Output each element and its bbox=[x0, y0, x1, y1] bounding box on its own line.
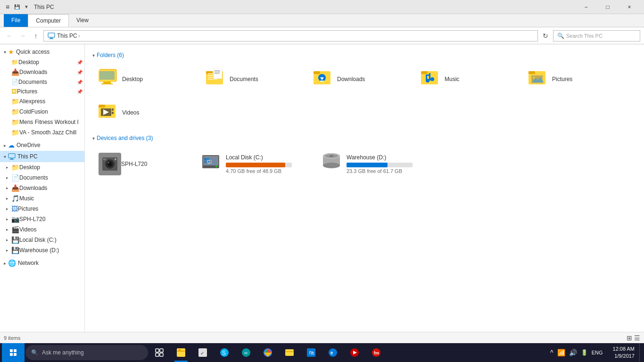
downloads-big-icon bbox=[314, 68, 332, 90]
view-list-icon[interactable]: ☰ bbox=[634, 334, 640, 342]
sidebar-thispc-header[interactable]: ▾ This PC bbox=[0, 151, 84, 162]
devices-section-header[interactable]: ▾ Devices and drives (3) bbox=[92, 135, 636, 141]
expand-downloads-qa bbox=[4, 70, 10, 74]
svg-rect-20 bbox=[215, 73, 219, 74]
folders-chevron-icon: ▾ bbox=[92, 53, 95, 58]
taskbar: 🔍 Ask me anything ✓ S ∞ bbox=[0, 343, 644, 362]
tray-volume-icon[interactable]: 🔊 bbox=[568, 347, 578, 358]
downloads-qa-label: Downloads bbox=[19, 69, 77, 75]
title-icon-1[interactable]: 🖥 bbox=[4, 3, 11, 11]
folder-item-desktop[interactable]: Desktop bbox=[92, 64, 196, 94]
tab-file[interactable]: File bbox=[4, 14, 28, 27]
svg-rect-69 bbox=[10, 349, 13, 352]
address-path[interactable]: This PC › bbox=[43, 30, 538, 41]
taskbar-app-explorer[interactable] bbox=[171, 343, 191, 362]
sidebar-thispc-localc[interactable]: ▸ 💾 Local Disk (C:) bbox=[0, 235, 84, 245]
start-button[interactable] bbox=[2, 343, 25, 362]
sidebar-thispc-downloads[interactable]: ▸ 📥 Downloads bbox=[0, 183, 84, 193]
sidebar-thispc-videos[interactable]: ▸ 🎬 Videos bbox=[0, 224, 84, 235]
sidebar-thispc-warehoused[interactable]: ▸ 💾 Warehouse (D:) bbox=[0, 245, 84, 255]
sidebar-item-downloads-qa[interactable]: 📥 Downloads 📌 bbox=[0, 67, 84, 77]
sidebar-thispc-sph[interactable]: ▸ 📷 SPH-L720 bbox=[0, 214, 84, 224]
device-item-sph[interactable]: SPH-L720 bbox=[92, 147, 187, 181]
devices-section-label: Devices and drives (3) bbox=[97, 135, 153, 141]
title-icon-3[interactable]: ▼ bbox=[23, 3, 30, 11]
svg-point-57 bbox=[216, 166, 217, 167]
taskbar-app-store[interactable]: 🛍 bbox=[301, 343, 322, 362]
folder-item-documents[interactable]: Documents bbox=[200, 64, 304, 94]
folder-item-downloads[interactable]: Downloads bbox=[307, 64, 411, 94]
tray-battery-icon[interactable]: 🔋 bbox=[579, 347, 589, 358]
warehoused-device-space: 23.3 GB free of 61.7 GB bbox=[347, 168, 413, 174]
taskbar-app-lastfm[interactable]: fm bbox=[366, 343, 387, 362]
show-desktop-button[interactable] bbox=[639, 343, 642, 362]
taskbar-app-chrome[interactable] bbox=[257, 343, 278, 362]
taskbar-app-taskscheduler[interactable]: ✓ bbox=[192, 343, 213, 362]
camera-device-icon bbox=[99, 153, 121, 175]
sidebar-item-desktop-qa[interactable]: 📁 Desktop 📌 bbox=[0, 58, 84, 67]
folder-item-pictures[interactable]: Pictures bbox=[522, 64, 626, 94]
sidebar-item-aliexpress[interactable]: 📁 Aliexpress bbox=[0, 96, 84, 107]
nav-back-button[interactable]: ← bbox=[4, 30, 15, 41]
svg-rect-76 bbox=[160, 353, 163, 356]
minimize-button[interactable]: − bbox=[575, 0, 597, 14]
tray-network-icon[interactable]: 📶 bbox=[556, 347, 567, 358]
taskbar-app-edge[interactable]: e bbox=[322, 343, 343, 362]
svg-rect-70 bbox=[14, 349, 17, 352]
svg-rect-74 bbox=[160, 349, 163, 352]
maximize-button[interactable]: □ bbox=[597, 0, 619, 14]
taskbar-app-files[interactable] bbox=[279, 343, 300, 362]
sidebar-thispc-desktop[interactable]: ▸ 📁 Desktop bbox=[0, 162, 84, 173]
taskbar-app-movie[interactable] bbox=[344, 343, 365, 362]
sidebar-item-documents-qa[interactable]: 📄 Documents 📌 bbox=[0, 77, 84, 87]
nav-up-button[interactable]: ↑ bbox=[30, 30, 41, 41]
device-item-localc[interactable]: C: Local Disk (C:) 4.70 GB free of 48.9 … bbox=[194, 147, 307, 181]
svg-text:∞: ∞ bbox=[244, 350, 248, 355]
sidebar-network-header[interactable]: ▸ 🌐 Network bbox=[0, 257, 84, 269]
taskbar-taskview-button[interactable] bbox=[149, 343, 170, 362]
svg-rect-4 bbox=[10, 158, 13, 159]
folders-section-header[interactable]: ▾ Folders (6) bbox=[92, 52, 636, 58]
expand-thispc-videos: ▸ bbox=[4, 227, 10, 232]
svg-rect-73 bbox=[156, 349, 159, 352]
taskbar-app-skype[interactable]: S bbox=[214, 343, 235, 362]
sidebar-thispc-pictures[interactable]: ▸ 🖼 Pictures bbox=[0, 204, 84, 214]
taskbar-clock[interactable]: 12:08 AM 1/9/2017 bbox=[609, 346, 638, 360]
device-item-warehoused[interactable]: Warehouse (D:) 23.3 GB free of 61.7 GB bbox=[315, 147, 428, 181]
sidebar-item-coldfusion[interactable]: 📁 ColdFusion bbox=[0, 107, 84, 117]
title-bar: 🖥 💾 ▼ This PC − □ × bbox=[0, 0, 644, 14]
svg-rect-51 bbox=[103, 158, 106, 160]
nav-refresh-button[interactable]: ↻ bbox=[540, 30, 551, 41]
taskbar-app-arduino[interactable]: ∞ bbox=[236, 343, 256, 362]
sidebar-thispc-music[interactable]: ▸ 🎵 Music bbox=[0, 193, 84, 204]
downloads-folder-icon: 📥 bbox=[11, 68, 19, 76]
svg-rect-1 bbox=[50, 38, 53, 39]
thispc-music-label: Music bbox=[19, 195, 83, 202]
search-box[interactable]: 🔍 Search This PC bbox=[553, 30, 640, 41]
folder-item-videos[interactable]: Videos bbox=[92, 98, 196, 127]
sidebar-item-pictures-qa[interactable]: 🖼 Pictures 📌 bbox=[0, 87, 84, 96]
music-folder-name: Music bbox=[445, 76, 459, 82]
title-icon-2[interactable]: 💾 bbox=[13, 3, 21, 11]
expand-coldfusion bbox=[4, 109, 10, 114]
sidebar-onedrive-header[interactable]: ▸ ☁ OneDrive bbox=[0, 140, 84, 151]
svg-text:S: S bbox=[222, 350, 226, 356]
nav-forward-button[interactable]: → bbox=[17, 30, 28, 41]
tray-language[interactable]: ENG bbox=[590, 348, 604, 357]
close-button[interactable]: × bbox=[619, 0, 640, 14]
tray-chevron[interactable]: ^ bbox=[549, 347, 555, 358]
pictures-folder-icon: 🖼 bbox=[11, 88, 17, 95]
svg-text:🛍: 🛍 bbox=[309, 350, 314, 355]
onedrive-label: OneDrive bbox=[17, 142, 41, 148]
view-icons-icon[interactable]: ⊞ bbox=[627, 334, 632, 342]
sidebar-thispc-documents[interactable]: ▸ 📄 Documents bbox=[0, 173, 84, 183]
sidebar-quick-access-header[interactable]: ▾ ★ Quick access bbox=[0, 46, 84, 58]
tab-view[interactable]: View bbox=[69, 14, 96, 27]
folder-item-music[interactable]: Music bbox=[415, 64, 519, 94]
sidebar-item-mens-fitness[interactable]: 📁 Mens Fitness Workout I bbox=[0, 117, 84, 127]
tab-computer[interactable]: Computer bbox=[28, 14, 69, 27]
localc-device-icon: C: bbox=[200, 151, 221, 176]
sidebar-item-va-smooth-jazz[interactable]: 📁 VA - Smooth Jazz Chill bbox=[0, 127, 84, 138]
taskbar-search[interactable]: 🔍 Ask me anything bbox=[25, 345, 148, 360]
svg-rect-61 bbox=[204, 161, 206, 163]
